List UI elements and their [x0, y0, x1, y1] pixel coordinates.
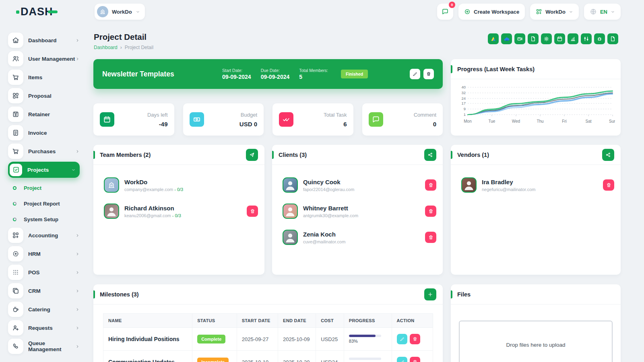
progress-card-title: Progress (Last Week Tasks) [457, 66, 535, 72]
sidebar-item-purchases[interactable]: Purchases [8, 143, 80, 159]
svg-text:Tue: Tue [489, 119, 495, 123]
chevron-right-icon [75, 344, 80, 349]
member-email: antgrumik30@example.com [303, 213, 358, 218]
svg-text:Fri: Fri [562, 119, 567, 123]
sidebar-item-project-report[interactable]: Project Report [8, 196, 80, 212]
sliders-button[interactable] [581, 33, 592, 44]
file-dropzone[interactable]: Drop files here to upload [459, 321, 613, 362]
onedrive-button[interactable] [501, 33, 512, 44]
bug-button[interactable] [594, 33, 605, 44]
language-button[interactable]: EN [584, 4, 621, 20]
delete-member-button[interactable] [425, 206, 436, 217]
total-members-label: Total Members: [299, 68, 328, 73]
clients-card-title: Clients (3) [279, 152, 307, 158]
calendar-button[interactable] [554, 33, 565, 44]
delete-member-button[interactable] [425, 179, 436, 191]
edit-project-button[interactable] [410, 69, 420, 79]
member-contact: fapor22014@oglerau.com [303, 187, 354, 192]
delete-milestone-button[interactable] [410, 357, 420, 362]
sidebar-item-pos[interactable]: POS [8, 264, 80, 280]
quick-actions-toolbar [488, 33, 618, 44]
copy-button[interactable] [528, 33, 539, 44]
sidebar-item-user-management[interactable]: User Management [8, 51, 80, 67]
sidebar-item-crm[interactable]: CRM [8, 283, 80, 299]
workdo-menu-button[interactable]: WorkDo [530, 4, 579, 20]
sidebar-item-project[interactable]: Project [8, 180, 80, 196]
edit-milestone-button[interactable] [397, 334, 407, 344]
column-header-end-date: END DATE [278, 314, 316, 328]
google-drive-button[interactable] [488, 33, 499, 44]
delete-member-button[interactable] [425, 232, 436, 243]
sidebar-item-proposal[interactable]: Proposal [8, 88, 80, 104]
dot-icon [13, 186, 17, 190]
column-header-name: NAME [103, 314, 192, 328]
sidebar-item-requests[interactable]: Requests [8, 320, 80, 336]
chevron-right-icon [75, 289, 80, 293]
sidebar-item-catering[interactable]: Catering [8, 301, 80, 317]
stat-value: -49 [147, 121, 168, 128]
start-date-group: Start Date: 09-09-2024 [222, 68, 251, 80]
sidebar-item-label: Dashboard [28, 37, 57, 43]
bug-icon [597, 36, 603, 42]
chat-icon [442, 8, 449, 15]
sidebar-item-label: Projects [27, 167, 49, 173]
member-info: Whitney Barrettantgrumik30@example.com [303, 205, 358, 218]
sidebar-item-label: CRM [28, 288, 41, 294]
milestone-start-date: 2025-10-10 [237, 351, 278, 362]
member-name: WorkDo [124, 179, 183, 185]
sidebar-item-invoice[interactable]: Invoice [8, 125, 80, 141]
sidebar-item-hrm[interactable]: HRM [8, 246, 80, 262]
progress-chart-svg: 4032241791MonTueWedThuFriSatSun [454, 84, 615, 129]
svg-text:40: 40 [461, 85, 466, 89]
messages-button[interactable]: 0 [437, 4, 453, 20]
sidebar-item-label: System Setup [24, 216, 58, 222]
progress-card: Progress (Last Week Tasks) 4032241791Mon… [451, 59, 621, 136]
progress-card-header: Progress (Last Week Tasks) [451, 59, 621, 79]
invite-member-button[interactable] [246, 149, 258, 161]
avatar [283, 177, 298, 193]
video-camera-button[interactable] [514, 33, 525, 44]
share-clients-button[interactable] [424, 149, 436, 161]
sidebar-item-projects[interactable]: Projects [8, 162, 80, 178]
delete-project-button[interactable] [423, 69, 434, 79]
delete-member-button[interactable] [247, 206, 258, 217]
member-info: Richard Atkinsonkeanu2006@gmail.com- 0/3 [124, 205, 181, 218]
workspace-switcher[interactable]: WorkDo [95, 4, 145, 20]
sidebar-item-retainer[interactable]: Retainer [8, 106, 80, 122]
svg-text:Sun: Sun [609, 119, 615, 123]
share-vendors-button[interactable] [602, 149, 614, 161]
google-drive-icon [490, 35, 497, 42]
delete-milestone-button[interactable] [410, 334, 420, 344]
member-row-workdo: WorkDocompany@example.com- 0/3 [104, 176, 258, 194]
progress-label: 83% [349, 339, 387, 343]
brand-logo[interactable]: DASH [16, 6, 58, 18]
invoice-icon [8, 125, 23, 140]
clients-card-header: Clients (3) [272, 145, 443, 165]
milestones-card: Milestones (3) NAMESTATUSSTART DATEEND D… [93, 284, 443, 362]
breadcrumb-dashboard-link[interactable]: Dashboard [94, 45, 118, 50]
create-workspace-button[interactable]: Create Workspace [458, 4, 525, 20]
sidebar-item-dashboard[interactable]: Dashboard [8, 32, 80, 48]
onedrive-icon [503, 35, 510, 43]
chevron-down-icon [136, 10, 140, 14]
dropzone-label: Drop files here to upload [506, 342, 565, 348]
total-members-group: Total Members: 5 [299, 68, 328, 80]
chevron-right-icon [75, 326, 80, 330]
copy-icon [530, 36, 536, 42]
sidebar-item-queue-management[interactable]: Queue Management [8, 338, 80, 354]
stat-label: Comment [414, 112, 436, 118]
messages-badge: 0 [449, 2, 455, 8]
bar-chart-button[interactable] [568, 33, 578, 44]
gear-button[interactable] [541, 33, 552, 44]
edit-milestone-button[interactable] [397, 357, 407, 362]
file-button[interactable] [607, 33, 618, 44]
sidebar-item-items[interactable]: Items [8, 69, 80, 85]
member-email: keanu2006@gmail.com [124, 213, 171, 218]
banner-actions [410, 69, 434, 79]
sidebar-item-system-setup[interactable]: System Setup [8, 212, 80, 227]
svg-text:1: 1 [464, 112, 466, 117]
sidebar-item-label: User Management [28, 56, 75, 62]
sidebar-item-accounting[interactable]: Accounting [8, 227, 80, 243]
delete-member-button[interactable] [603, 179, 614, 191]
add-milestone-button[interactable] [424, 288, 436, 300]
